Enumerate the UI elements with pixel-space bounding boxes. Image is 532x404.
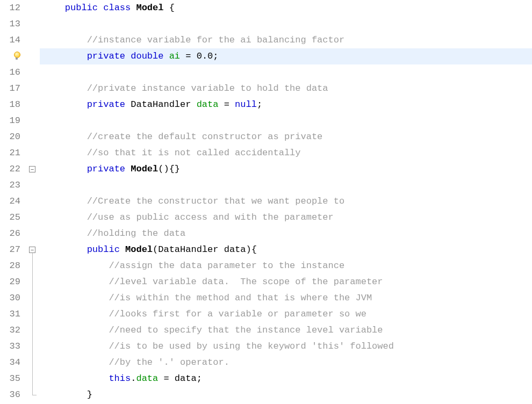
code-token: private <box>87 164 125 174</box>
code-line[interactable]: 24 //Create the constructor that we want… <box>0 193 532 210</box>
code-token: //instance variable for the ai balancing… <box>87 35 344 45</box>
code-token <box>98 3 103 13</box>
code-token: ; <box>257 99 262 110</box>
code-token: //assign the data parameter to the insta… <box>109 261 344 271</box>
fold-gutter <box>25 32 40 48</box>
code-token: DataHandler <box>125 99 197 110</box>
code-content[interactable]: public class Model { <box>40 0 532 16</box>
code-token: public <box>87 244 120 255</box>
code-token: //is to be used by using the keyword 'th… <box>109 341 394 351</box>
line-number: 16 <box>0 64 25 81</box>
fold-toggle-icon[interactable]: − <box>29 166 35 172</box>
code-token: ai <box>169 51 180 61</box>
code-token: } <box>87 389 92 400</box>
code-content[interactable]: private double ai = 0.0; <box>40 48 532 64</box>
code-token <box>163 51 169 61</box>
code-line[interactable]: 27− public Model(DataHandler data){ <box>0 242 532 258</box>
code-line[interactable]: 29 //level variable data. The scope of t… <box>0 274 532 290</box>
code-token: class <box>103 3 131 13</box>
code-content[interactable] <box>40 64 532 81</box>
code-content[interactable]: //use as public access and with the para… <box>40 210 532 226</box>
fold-gutter <box>25 355 40 371</box>
line-number: 12 <box>0 0 25 16</box>
code-content[interactable]: //is to be used by using the keyword 'th… <box>40 338 532 355</box>
code-content[interactable]: //need to specify that the instance leve… <box>40 322 532 338</box>
fold-gutter <box>25 145 40 161</box>
code-line[interactable]: 23 <box>0 177 532 193</box>
code-content[interactable]: private DataHandler data = null; <box>40 97 532 113</box>
code-token: 0.0 <box>197 51 213 61</box>
code-line[interactable]: 35 this.data = data; <box>0 371 532 387</box>
code-token <box>125 164 131 174</box>
code-line[interactable]: 12 public class Model { <box>0 0 532 16</box>
code-line[interactable]: 32 //need to specify that the instance l… <box>0 322 532 338</box>
code-content[interactable]: //holding the data <box>40 226 532 242</box>
code-content[interactable]: //by the '.' operator. <box>40 355 532 371</box>
code-line[interactable]: 33 //is to be used by using the keyword … <box>0 338 532 355</box>
fold-gutter <box>25 129 40 145</box>
line-number <box>0 48 25 64</box>
fold-gutter <box>25 258 40 274</box>
code-token: //private instance variable to hold the … <box>87 83 328 93</box>
code-line[interactable]: 19 <box>0 113 532 129</box>
code-content[interactable]: public Model(DataHandler data){ <box>40 242 532 258</box>
code-content[interactable] <box>40 16 532 32</box>
code-line[interactable]: 22− private Model(){} <box>0 161 532 177</box>
lightbulb-icon[interactable] <box>13 52 20 61</box>
code-token: //Create the constructor that we want pe… <box>87 196 344 206</box>
code-line[interactable]: 36 } <box>0 387 532 403</box>
code-token <box>131 3 136 13</box>
code-line[interactable]: 26 //holding the data <box>0 226 532 242</box>
code-content[interactable]: //private instance variable to hold the … <box>40 81 532 97</box>
code-content[interactable]: //looks first for a variable or paramete… <box>40 306 532 322</box>
fold-gutter <box>25 322 40 338</box>
fold-gutter <box>25 113 40 129</box>
code-token: data <box>136 373 158 384</box>
line-number: 18 <box>0 97 25 113</box>
code-line[interactable]: 18 private DataHandler data = null; <box>0 97 532 113</box>
fold-gutter <box>25 177 40 193</box>
code-token: double <box>131 51 163 61</box>
code-line[interactable]: 21 //so that it is not called accidental… <box>0 145 532 161</box>
fold-gutter <box>25 387 40 403</box>
fold-gutter <box>25 97 40 113</box>
code-content[interactable] <box>40 177 532 193</box>
code-content[interactable]: //instance variable for the ai balancing… <box>40 32 532 48</box>
code-token: Model <box>125 244 153 255</box>
code-token: = <box>218 99 235 110</box>
code-token: = data; <box>158 373 202 384</box>
code-content[interactable]: //Create the constructor that we want pe… <box>40 193 532 210</box>
code-line[interactable]: 25 //use as public access and with the p… <box>0 210 532 226</box>
code-line[interactable]: 28 //assign the data parameter to the in… <box>0 258 532 274</box>
fold-gutter: − <box>25 161 40 177</box>
line-number: 25 <box>0 210 25 226</box>
code-content[interactable]: //is within the method and that is where… <box>40 290 532 306</box>
fold-gutter: − <box>25 242 40 258</box>
code-token: (){} <box>158 164 180 174</box>
code-token: //holding the data <box>87 228 186 239</box>
code-content[interactable]: //level variable data. The scope of the … <box>40 274 532 290</box>
code-line[interactable]: private double ai = 0.0; <box>0 48 532 64</box>
code-token: //so that it is not called accidentally <box>87 148 301 158</box>
code-content[interactable]: //so that it is not called accidentally <box>40 145 532 161</box>
fold-toggle-icon[interactable]: − <box>29 247 35 253</box>
code-line[interactable]: 17 //private instance variable to hold t… <box>0 81 532 97</box>
code-line[interactable]: 14 //instance variable for the ai balanc… <box>0 32 532 48</box>
code-content[interactable] <box>40 113 532 129</box>
code-content[interactable]: this.data = data; <box>40 371 532 387</box>
code-content[interactable]: private Model(){} <box>40 161 532 177</box>
fold-gutter <box>25 338 40 355</box>
line-number: 35 <box>0 371 25 387</box>
code-line[interactable]: 34 //by the '.' operator. <box>0 355 532 371</box>
line-number: 13 <box>0 16 25 32</box>
code-line[interactable]: 30 //is within the method and that is wh… <box>0 290 532 306</box>
code-content[interactable]: //create the default constructor as priv… <box>40 129 532 145</box>
code-line[interactable]: 31 //looks first for a variable or param… <box>0 306 532 322</box>
code-line[interactable]: 20 //create the default constructor as p… <box>0 129 532 145</box>
code-content[interactable]: //assign the data parameter to the insta… <box>40 258 532 274</box>
code-line[interactable]: 16 <box>0 64 532 81</box>
code-content[interactable]: } <box>40 387 532 403</box>
code-line[interactable]: 13 <box>0 16 532 32</box>
code-editor[interactable]: 12 public class Model {1314 //instance v… <box>0 0 532 403</box>
code-token: data <box>197 99 219 110</box>
